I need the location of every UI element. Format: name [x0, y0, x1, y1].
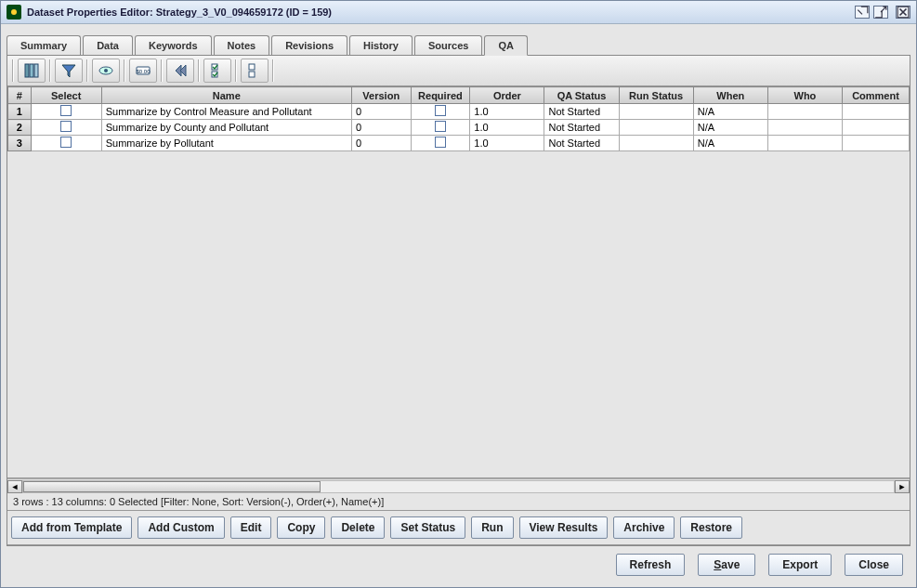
column-header-order[interactable]: Order [470, 87, 544, 104]
column-header--[interactable]: # [8, 87, 32, 104]
order-cell: 1.0 [470, 104, 544, 120]
status-bar: 3 rows : 13 columns: 0 Selected [Filter:… [7, 493, 910, 511]
footer-row: Refresh Save Export Close [7, 546, 910, 581]
add-from-template-button[interactable]: Add from Template [11, 516, 132, 539]
delete-button[interactable]: Delete [331, 516, 385, 539]
tab-revisions[interactable]: Revisions [271, 35, 347, 55]
table-area: #SelectNameVersionRequiredOrderQA Status… [7, 86, 910, 478]
name-cell: Summarize by County and Pollutant [101, 120, 351, 136]
close-panel-button[interactable]: Close [845, 554, 903, 576]
window-frame: Dataset Properties Editor: Strategy_3_V0… [0, 0, 917, 588]
qa-status-cell: Not Started [544, 104, 619, 120]
select-checkbox[interactable] [60, 137, 72, 148]
svg-rect-10 [249, 64, 255, 70]
svg-rect-11 [249, 72, 255, 77]
column-header-name[interactable]: Name [101, 87, 351, 104]
scroll-right-icon[interactable]: ► [895, 480, 910, 493]
minimize-button[interactable] [855, 6, 870, 19]
row-number: 2 [8, 120, 32, 136]
select-cell[interactable] [31, 136, 101, 151]
row-number: 3 [8, 136, 32, 151]
select-checkbox[interactable] [60, 121, 72, 132]
tab-keywords[interactable]: Keywords [135, 35, 212, 55]
qa-status-cell: Not Started [544, 120, 619, 136]
restore-button[interactable]: Restore [680, 516, 742, 539]
required-checkbox[interactable] [435, 121, 446, 132]
version-cell: 0 [351, 120, 411, 136]
run-status-cell [619, 120, 693, 136]
column-header-comment[interactable]: Comment [843, 87, 910, 104]
comment-cell [843, 120, 910, 136]
when-cell: N/A [693, 136, 767, 151]
column-header-select[interactable]: Select [31, 87, 101, 104]
save-label-tail: ave [721, 558, 740, 571]
column-header-required[interactable]: Required [411, 87, 470, 104]
required-checkbox[interactable] [435, 137, 446, 148]
refresh-button[interactable]: Refresh [616, 554, 686, 576]
clear-all-icon[interactable] [241, 59, 269, 83]
svg-rect-3 [34, 64, 38, 77]
when-cell: N/A [693, 104, 767, 120]
money-format-icon[interactable]: $0.00 [129, 59, 157, 83]
select-cell[interactable] [31, 120, 101, 136]
view-results-button[interactable]: View Results [519, 516, 609, 539]
horizontal-scrollbar[interactable]: ◄ ► [7, 478, 910, 493]
order-cell: 1.0 [470, 136, 544, 151]
scroll-left-icon[interactable]: ◄ [7, 480, 22, 493]
column-header-qa-status[interactable]: QA Status [544, 87, 619, 104]
required-checkbox[interactable] [435, 105, 446, 116]
run-status-cell [619, 104, 693, 120]
qa-status-cell: Not Started [544, 136, 619, 151]
column-header-when[interactable]: When [693, 87, 767, 104]
archive-button[interactable]: Archive [613, 516, 675, 539]
order-cell: 1.0 [470, 120, 544, 136]
name-cell: Summarize by Control Measure and Polluta… [101, 104, 351, 120]
table-row[interactable]: 3Summarize by Pollutant01.0Not StartedN/… [8, 136, 910, 151]
tab-data[interactable]: Data [83, 35, 133, 55]
save-button[interactable]: Save [698, 554, 755, 576]
copy-button[interactable]: Copy [277, 516, 325, 539]
title-bar: Dataset Properties Editor: Strategy_3_V0… [1, 1, 916, 24]
table-row[interactable]: 1Summarize by Control Measure and Pollut… [8, 104, 910, 120]
maximize-button[interactable] [873, 6, 888, 19]
required-cell[interactable] [411, 104, 470, 120]
app-icon [7, 5, 21, 20]
required-cell[interactable] [411, 120, 470, 136]
row-number: 1 [8, 104, 32, 120]
tab-sources[interactable]: Sources [414, 35, 482, 55]
first-page-icon[interactable] [166, 59, 194, 83]
column-header-version[interactable]: Version [351, 87, 411, 104]
run-button[interactable]: Run [471, 516, 513, 539]
qa-table: #SelectNameVersionRequiredOrderQA Status… [7, 86, 910, 151]
export-button[interactable]: Export [768, 554, 832, 576]
content-area: Summary Data Keywords Notes Revisions Hi… [1, 24, 916, 587]
add-custom-button[interactable]: Add Custom [138, 516, 224, 539]
column-header-who[interactable]: Who [767, 87, 842, 104]
filter-icon[interactable] [55, 59, 83, 83]
svg-rect-2 [30, 64, 33, 77]
who-cell [767, 120, 842, 136]
edit-button[interactable]: Edit [230, 516, 272, 539]
toolbar: $0.00 [7, 56, 910, 86]
select-cell[interactable] [31, 104, 101, 120]
scroll-thumb[interactable] [23, 481, 321, 492]
columns-icon[interactable] [18, 59, 46, 83]
table-row[interactable]: 2Summarize by County and Pollutant01.0No… [8, 120, 910, 136]
svg-rect-1 [25, 64, 29, 77]
comment-cell [843, 136, 910, 151]
column-header-run-status[interactable]: Run Status [619, 87, 693, 104]
name-cell: Summarize by Pollutant [101, 136, 351, 151]
view-icon[interactable] [92, 59, 120, 83]
svg-point-5 [104, 69, 108, 72]
tab-qa[interactable]: QA [484, 35, 528, 56]
close-button[interactable] [896, 6, 910, 19]
tab-summary[interactable]: Summary [7, 35, 81, 55]
tab-notes[interactable]: Notes [214, 35, 270, 55]
scroll-track[interactable] [22, 480, 895, 493]
check-all-icon[interactable] [203, 59, 231, 83]
select-checkbox[interactable] [60, 105, 72, 116]
required-cell[interactable] [411, 136, 470, 151]
action-row: Add from Template Add Custom Edit Copy D… [7, 511, 910, 545]
tab-history[interactable]: History [349, 35, 413, 55]
set-status-button[interactable]: Set Status [390, 516, 465, 539]
